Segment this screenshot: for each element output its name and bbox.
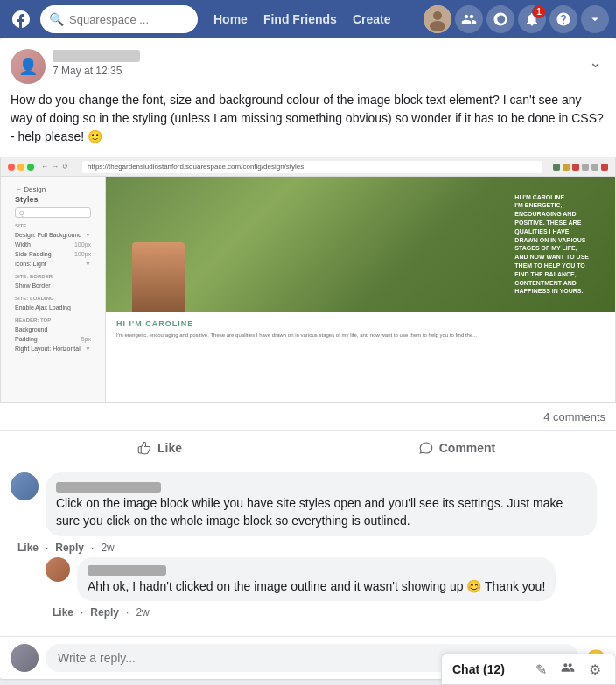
- chat-bar: Chat (12) ✎ ⚙: [441, 654, 616, 685]
- comment-actions-1: Like · Reply · 2w: [10, 540, 606, 557]
- sidebar-section-loading: SITE: LOADING: [15, 296, 91, 301]
- messenger-icon-btn[interactable]: [486, 5, 514, 33]
- facebook-logo: [7, 5, 35, 33]
- preview-overlay-text: HI I'M CAROLINEI'M ENERGETIC,ENCOURAGING…: [514, 193, 589, 297]
- nested-time-1: 2w: [136, 606, 149, 619]
- svg-point-1: [433, 11, 442, 20]
- sidebar-section-site: SITE: [15, 223, 91, 228]
- preview-hero-image: HI I'M CAROLINEI'M ENERGETIC,ENCOURAGING…: [106, 177, 615, 312]
- sidebar-row-layout: Right Layout: Horizontal▼: [8, 344, 98, 353]
- preview-person-image: [132, 242, 185, 312]
- preview-section-heading: HI I'M CAROLINE: [116, 319, 605, 328]
- post-action-bar: Like Comment: [0, 431, 616, 465]
- post-meta: 7 May at 12:35: [52, 49, 578, 77]
- comment-label: Comment: [439, 441, 496, 455]
- nested-actions-1: Like · Reply · 2w: [46, 605, 606, 622]
- post-header: 👤 7 May at 12:35 ⌄: [0, 38, 616, 84]
- nested-like-1[interactable]: Like: [52, 606, 74, 619]
- nested-text-1: Ahh ok, I hadn't clicked on the image ou…: [88, 578, 545, 596]
- preview-body-text: I'm energetic, encouraging and positive.…: [116, 332, 605, 339]
- comment-thread-1: Click on the image block while you have …: [10, 472, 606, 622]
- comment-button[interactable]: Comment: [308, 435, 606, 461]
- sidebar-row-icons: Icons: Light▼: [8, 259, 98, 269]
- post-text: How do you change the font, size and bac…: [0, 84, 616, 157]
- notification-badge: 1: [532, 5, 546, 18]
- post-time: 7 May at 12:35: [52, 65, 578, 77]
- post-screenshot-image: ← → ↺ https://thegardensiudiostanford.sq…: [0, 157, 616, 403]
- nested-bubble-1: Ahh ok, I hadn't clicked on the image ou…: [77, 557, 556, 601]
- nav-links: Home Find Friends Create: [206, 0, 398, 38]
- browser-bar: ← → ↺ https://thegardensiudiostanford.sq…: [1, 157, 615, 177]
- chat-add-friends-icon[interactable]: [557, 657, 578, 682]
- chat-title: Chat (12): [452, 662, 525, 676]
- sidebar-row-width: Width100px: [8, 240, 98, 249]
- browser-url-text: https://thegardensiudiostanford.squaresp…: [88, 163, 304, 171]
- nested-author-1: [88, 565, 166, 576]
- content-area: 👤 7 May at 12:35 ⌄ How do you change the…: [0, 38, 616, 679]
- styles-sidebar: ← Design Styles Q SITE Design: Full Back…: [1, 177, 106, 402]
- nav-home[interactable]: Home: [206, 0, 255, 38]
- comment-item-1: Click on the image block while you have …: [10, 472, 606, 536]
- comment-time-1: 2w: [101, 542, 114, 554]
- preview-bottom: HI I'M CAROLINE I'm energetic, encouragi…: [106, 312, 615, 402]
- sidebar-section-header: HEADER: TOP: [15, 318, 91, 323]
- chat-settings-icon[interactable]: ⚙: [585, 658, 605, 682]
- search-input[interactable]: [69, 13, 174, 26]
- comment-author-1: [56, 482, 161, 493]
- comments-section: Click on the image block while you have …: [0, 465, 616, 636]
- nav-find-friends[interactable]: Find Friends: [256, 0, 344, 38]
- sidebar-row-background: Background: [8, 325, 98, 334]
- sidebar-row-hpadding: Padding5px: [8, 334, 98, 344]
- sidebar-row-ajax: Enable Ajax Loading: [8, 303, 98, 312]
- nested-avatar-1: [46, 557, 70, 582]
- sidebar-title: Styles: [15, 195, 98, 204]
- account-menu-btn[interactable]: [581, 5, 609, 33]
- sidebar-row-padding: Side Padding100px: [8, 249, 98, 259]
- top-navigation: 🔍 Home Find Friends Create: [0, 0, 616, 38]
- screenshot-body: ← Design Styles Q SITE Design: Full Back…: [1, 177, 615, 402]
- comment-avatar-1: [10, 472, 38, 500]
- svg-point-2: [430, 21, 445, 31]
- nav-create[interactable]: Create: [346, 0, 398, 38]
- comment-bubble-1: Click on the image block while you have …: [46, 472, 597, 536]
- search-icon: 🔍: [49, 12, 64, 26]
- user-avatar[interactable]: [424, 5, 452, 33]
- reply-user-avatar: [10, 644, 38, 672]
- search-box[interactable]: 🔍: [40, 5, 198, 33]
- friends-icon-btn[interactable]: [455, 5, 483, 33]
- sidebar-search: Q: [15, 207, 91, 218]
- chat-compose-icon[interactable]: ✎: [532, 658, 550, 682]
- notifications-icon-btn[interactable]: 1: [518, 5, 546, 33]
- help-icon-btn[interactable]: [550, 5, 578, 33]
- comment-reply-1[interactable]: Reply: [55, 542, 84, 554]
- like-label: Like: [158, 441, 182, 455]
- nested-reply-1[interactable]: Reply: [90, 606, 119, 619]
- comment-like-1[interactable]: Like: [18, 542, 38, 554]
- post-author-name: [52, 50, 140, 62]
- browser-dot-red: [8, 164, 15, 171]
- website-preview-area: HI I'M CAROLINEI'M ENERGETIC,ENCOURAGING…: [106, 177, 615, 402]
- comments-count: 4 comments: [0, 403, 616, 431]
- browser-dots: [8, 164, 34, 171]
- post-more-button[interactable]: ⌄: [585, 49, 606, 75]
- browser-dot-green: [27, 164, 34, 171]
- sidebar-row-design: Design: Full Background▼: [8, 230, 98, 240]
- nested-comment-1: Ahh ok, I hadn't clicked on the image ou…: [46, 557, 606, 622]
- comment-icon: [418, 440, 434, 456]
- comment-item-nested-1: Ahh ok, I hadn't clicked on the image ou…: [46, 557, 606, 601]
- like-button[interactable]: Like: [10, 435, 308, 461]
- browser-url-bar: https://thegardensiudiostanford.squaresp…: [82, 161, 542, 173]
- nav-icon-group: 1: [424, 5, 609, 33]
- sidebar-section-border: SITE: BORDER: [15, 274, 91, 279]
- post-card: 👤 7 May at 12:35 ⌄ How do you change the…: [0, 38, 616, 679]
- sidebar-row-show-border: Show Border: [8, 281, 98, 290]
- like-icon: [136, 440, 152, 456]
- browser-action-icons: [553, 164, 608, 171]
- browser-dot-yellow: [18, 164, 24, 171]
- comment-text-1: Click on the image block while you have …: [56, 495, 586, 529]
- post-author-avatar: 👤: [10, 49, 46, 84]
- website-preview: HI I'M CAROLINEI'M ENERGETIC,ENCOURAGING…: [106, 177, 615, 402]
